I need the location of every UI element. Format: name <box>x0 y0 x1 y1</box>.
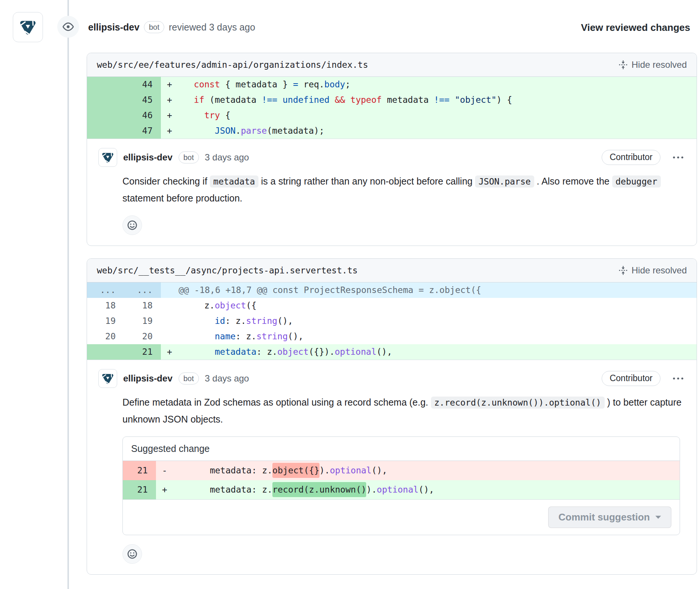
line-number: 46 <box>124 108 161 123</box>
contributor-badge: Contributor <box>602 371 660 386</box>
fold-icon <box>619 266 628 275</box>
diff-sign: + <box>161 77 178 92</box>
line-number <box>87 108 124 123</box>
diff-row-add: 45+ if (metadata !== undefined && typeof… <box>87 92 697 108</box>
reviewer-avatar[interactable] <box>13 12 43 42</box>
diff-sign: + <box>161 123 178 139</box>
diff-row-add: 46+ try { <box>87 108 697 123</box>
comment-text: Define metadata in Zod schemas as option… <box>122 397 431 407</box>
hide-resolved-button[interactable]: Hide resolved <box>619 60 687 70</box>
diff-sign: + <box>161 108 178 123</box>
timeline-line <box>67 0 69 589</box>
code-cell: z.object({ <box>161 298 697 313</box>
line-number <box>87 344 124 360</box>
diff-row-del: 21- metadata: z.object({}).optional(), <box>123 461 680 480</box>
ellipsis-logo-icon <box>101 372 115 385</box>
line-number: 18 <box>87 298 124 313</box>
commit-suggestion-label: Commit suggestion <box>558 511 650 523</box>
kebab-icon <box>672 377 684 380</box>
line-number: 21 <box>123 480 156 499</box>
diff-table: 44+ const { metadata } = req.body;45+ if… <box>87 77 697 139</box>
code-cell: @@ -18,6 +18,7 @@ const ProjectResponseS… <box>161 282 697 298</box>
review-comment: ellipsis-dev bot 3 days ago Contributor … <box>87 139 697 246</box>
comment-time[interactable]: 3 days ago <box>205 373 249 384</box>
comment-time[interactable]: 3 days ago <box>205 152 249 163</box>
suggestion-title: Suggested change <box>123 437 680 461</box>
line-number: 21 <box>123 461 156 480</box>
view-reviewed-changes-link[interactable]: View reviewed changes <box>581 22 690 34</box>
smiley-icon <box>127 549 138 559</box>
comment-avatar[interactable] <box>98 369 117 388</box>
commit-suggestion-button[interactable]: Commit suggestion <box>548 507 671 528</box>
eye-icon <box>63 21 74 32</box>
code-cell: + JSON.parse(metadata); <box>161 123 697 139</box>
diff-sign <box>161 313 178 329</box>
comment-text: . Also remove the <box>534 176 612 186</box>
file-path[interactable]: web/src/__tests__/async/projects-api.ser… <box>97 266 358 275</box>
comment-text: is a string rather than any non-object b… <box>258 176 475 186</box>
code-cell: + const { metadata } = req.body; <box>161 77 697 92</box>
review-thread-card: web/src/ee/features/admin-api/organizati… <box>87 53 697 246</box>
line-number: ... <box>87 282 124 298</box>
diff-row-add: 47+ JSON.parse(metadata); <box>87 123 697 139</box>
reaction-button[interactable] <box>122 544 142 564</box>
file-path[interactable]: web/src/ee/features/admin-api/organizati… <box>97 60 368 70</box>
suggestion-box: Suggested change 21- metadata: z.object(… <box>122 436 680 535</box>
comment-body: Consider checking if metadata is a strin… <box>122 173 684 206</box>
review-action: reviewed 3 days ago <box>169 22 255 33</box>
inline-code: JSON.parse <box>475 175 534 188</box>
diff-sign: + <box>161 92 178 108</box>
inline-code: debugger <box>612 175 661 188</box>
comment-bot-badge: bot <box>179 151 199 163</box>
line-number <box>87 123 124 139</box>
inline-code: z.record(z.unknown()).optional() <box>431 397 605 409</box>
code-cell: + metadata: z.object({}).optional(), <box>161 344 697 360</box>
code-cell: - metadata: z.object({}).optional(), <box>156 461 680 480</box>
hide-resolved-label: Hide resolved <box>631 60 687 70</box>
comment-author[interactable]: ellipsis-dev <box>123 152 173 163</box>
comment-header: ellipsis-dev bot 3 days ago Contributor <box>98 369 685 388</box>
caret-down-icon <box>655 516 661 519</box>
reaction-button[interactable] <box>122 215 142 235</box>
suggestion-diff: 21- metadata: z.object({}).optional(),21… <box>123 461 680 500</box>
review-header: ellipsis-dev bot reviewed 3 days ago <box>88 21 255 33</box>
line-number: 21 <box>124 344 161 360</box>
diff-row-ctx: 1919 id: z.string(), <box>87 313 697 329</box>
comment-avatar[interactable] <box>98 148 117 167</box>
line-number: 19 <box>87 313 124 329</box>
diff-row-add: 44+ const { metadata } = req.body; <box>87 77 697 92</box>
line-number: 45 <box>124 92 161 108</box>
comment-text: Consider checking if <box>122 176 210 186</box>
reviewer-name[interactable]: ellipsis-dev <box>88 22 139 33</box>
diff-row-add: 21+ metadata: z.object({}).optional(), <box>87 344 697 360</box>
diff-row-ctx: 2020 name: z.string(), <box>87 329 697 344</box>
diff-sign: + <box>156 480 173 499</box>
comment-paragraph: Consider checking if metadata is a strin… <box>122 173 684 206</box>
line-number: 20 <box>87 329 124 344</box>
diff-sign <box>161 298 178 313</box>
diff-row-add: 21+ metadata: z.record(z.unknown()).opti… <box>123 480 680 499</box>
line-number: 18 <box>124 298 161 313</box>
diff-row-ctx: 1818 z.object({ <box>87 298 697 313</box>
code-cell: + try { <box>161 108 697 123</box>
diff-sign <box>161 329 178 344</box>
bot-badge: bot <box>144 21 164 33</box>
line-number: ... <box>124 282 161 298</box>
fold-icon <box>619 60 628 69</box>
kebab-menu-button[interactable] <box>671 375 685 382</box>
hide-resolved-button[interactable]: Hide resolved <box>619 265 687 276</box>
comment-bot-badge: bot <box>179 372 199 385</box>
hide-resolved-label: Hide resolved <box>631 265 687 276</box>
comment-body: Define metadata in Zod schemas as option… <box>122 394 684 427</box>
comment-author[interactable]: ellipsis-dev <box>123 373 173 384</box>
code-cell: id: z.string(), <box>161 313 697 329</box>
kebab-icon <box>672 156 684 159</box>
inline-code: metadata <box>210 175 258 188</box>
diff-table: ......@@ -18,6 +18,7 @@ const ProjectRes… <box>87 282 697 360</box>
review-thread-card: web/src/__tests__/async/projects-api.ser… <box>87 258 697 575</box>
kebab-menu-button[interactable] <box>671 154 685 161</box>
line-number: 20 <box>124 329 161 344</box>
line-number: 47 <box>124 123 161 139</box>
file-header: web/src/__tests__/async/projects-api.ser… <box>87 259 697 282</box>
comment-paragraph: Define metadata in Zod schemas as option… <box>122 394 684 427</box>
